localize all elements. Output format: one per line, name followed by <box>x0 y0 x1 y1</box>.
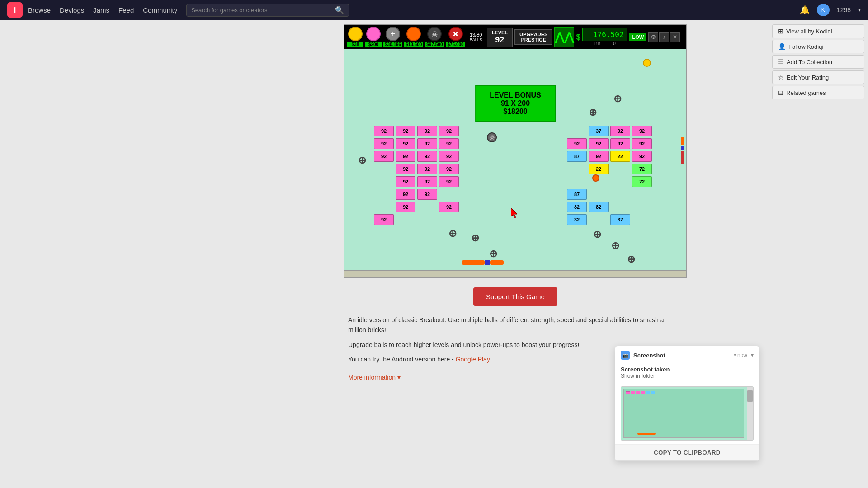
google-play-link[interactable]: Google Play <box>456 356 490 363</box>
game-ball-yellow <box>643 59 651 67</box>
thumb-brick <box>631 391 635 394</box>
brick: 92 <box>396 202 415 212</box>
settings-buttons: ⚙ ♪ ✕ <box>648 32 680 42</box>
side-bars <box>681 137 684 164</box>
brick: 92 <box>567 138 587 149</box>
notif-taken-label: Screenshot taken <box>621 366 754 373</box>
brick: 92 <box>374 138 394 149</box>
nav-devlogs[interactable]: Devlogs <box>60 6 84 14</box>
settings-close-button[interactable]: ✕ <box>670 32 680 42</box>
ball-5-circle: ☠ <box>427 27 442 41</box>
game-ball-orange <box>592 174 599 182</box>
brick: 92 <box>396 189 415 200</box>
screenshot-notification: 📷 Screenshot • now ▾ Screenshot taken Sh… <box>615 346 760 461</box>
money-display: $ 176.502 BB 0 <box>576 28 627 46</box>
chevron-down-icon: ▾ <box>397 374 401 381</box>
brick: 92 <box>439 202 459 212</box>
plus-powerup-icon: ⊕ <box>589 108 597 117</box>
nav-jams[interactable]: Jams <box>93 6 109 14</box>
view-all-button[interactable]: ⊞ View all by Kodiqi <box>772 24 864 38</box>
hud-ball-3: + $30.196 <box>383 27 402 47</box>
brick: 92 <box>589 138 609 149</box>
site-logo[interactable]: i <box>7 2 23 18</box>
top-navigation: i Browse Devlogs Jams Feed Community 🔍 🔔… <box>0 0 868 20</box>
brick: 37 <box>589 126 609 136</box>
add-collection-button[interactable]: ☰ Add To Collection <box>772 55 864 69</box>
plus-powerup-icon: ⊕ <box>611 241 619 251</box>
brick: 72 <box>632 164 652 174</box>
brick: 22 <box>610 151 630 162</box>
account-dropdown-icon[interactable]: ▾ <box>858 7 861 13</box>
plus-powerup-icon: ⊕ <box>448 229 457 239</box>
svg-marker-0 <box>511 208 517 218</box>
brick: 92 <box>439 164 459 174</box>
brick: 92 <box>417 189 437 200</box>
paddle-orange-right <box>490 260 504 265</box>
thumb-brick <box>651 391 655 394</box>
brick: 92 <box>396 164 415 174</box>
plus-powerup-icon: ⊕ <box>489 249 497 259</box>
nav-community[interactable]: Community <box>143 6 177 14</box>
collection-icon: ☰ <box>778 58 784 66</box>
level-bonus-banner: LEVEL BONUS 91 X 200 $18200 <box>475 85 556 122</box>
brick: 92 <box>610 138 630 149</box>
brick: 72 <box>632 176 652 187</box>
notifications-bell[interactable]: 🔔 <box>800 5 810 15</box>
thumb-game-area <box>623 389 744 438</box>
thumb-brick <box>636 391 640 394</box>
game-bottom-border <box>344 270 686 277</box>
game-play-area[interactable]: LEVEL BONUS 91 X 200 $18200 92 92 92 92 … <box>344 49 686 270</box>
related-icon: ⊟ <box>778 89 783 96</box>
hud-ball-1: $38 <box>347 27 363 47</box>
sidebar-right: ⊞ View all by Kodiqi 👤 Follow Kodiqi ☰ A… <box>769 20 868 104</box>
thumb-brick <box>646 391 650 394</box>
search-input[interactable] <box>191 7 335 14</box>
settings-sound-button[interactable]: ♪ <box>659 32 669 42</box>
ball-2-circle <box>366 27 381 41</box>
search-bar[interactable]: 🔍 <box>186 4 349 17</box>
brick: 92 <box>439 176 459 187</box>
brick: 92 <box>439 126 459 136</box>
notif-body: Screenshot taken Show in folder <box>615 364 759 383</box>
ball-4-circle <box>406 27 421 41</box>
ball-2-price: $200 <box>365 42 382 47</box>
username-label[interactable]: 1298 <box>837 6 851 14</box>
plus-powerup-icon: ⊕ <box>471 233 479 243</box>
paddle-orange <box>462 260 485 265</box>
side-bar-block <box>681 146 684 150</box>
nav-feed[interactable]: Feed <box>118 6 134 14</box>
brick: 92 <box>396 176 415 187</box>
money-value: 176.502 <box>582 28 627 41</box>
game-ball-skull: ☠ <box>487 132 497 142</box>
paddle-blue <box>485 260 490 265</box>
grid-icon: ⊞ <box>778 28 783 35</box>
ball-3-price: $30.196 <box>383 42 402 47</box>
notif-folder-link[interactable]: Show in folder <box>621 373 754 379</box>
avatar: K <box>817 4 830 16</box>
nav-links: Browse Devlogs Jams Feed Community <box>28 6 177 14</box>
balls-count: 13/80 BALLS <box>467 32 485 42</box>
ball-1-price: $38 <box>347 42 363 47</box>
ball-4-price: $13.500 <box>404 42 423 47</box>
ball-5-price: $97.500 <box>425 42 444 47</box>
copy-to-clipboard-button[interactable]: COPY TO CLIPBOARD <box>615 444 759 460</box>
ball-1-circle <box>348 27 363 41</box>
brick: 92 <box>610 126 630 136</box>
brick: 92 <box>589 151 609 162</box>
dollar-icon: $ <box>576 33 580 42</box>
edit-rating-button[interactable]: ☆ Edit Your Rating <box>772 70 864 84</box>
follow-icon: 👤 <box>778 43 786 50</box>
brick: 92 <box>439 138 459 149</box>
brick: 92 <box>374 151 394 162</box>
hud-ball-2: $200 <box>365 27 382 47</box>
nav-browse[interactable]: Browse <box>28 6 51 14</box>
follow-button[interactable]: 👤 Follow Kodiqi <box>772 40 864 53</box>
related-games-button[interactable]: ⊟ Related games <box>772 86 864 99</box>
support-game-button[interactable]: Support This Game <box>473 287 557 306</box>
notif-chevron-icon[interactable]: ▾ <box>751 352 754 358</box>
thumb-paddle <box>637 433 656 435</box>
nav-right-area: 🔔 K 1298 ▾ <box>800 4 861 16</box>
thumb-bricks <box>626 391 662 394</box>
settings-gear-button[interactable]: ⚙ <box>648 32 658 42</box>
brick: 92 <box>396 126 415 136</box>
